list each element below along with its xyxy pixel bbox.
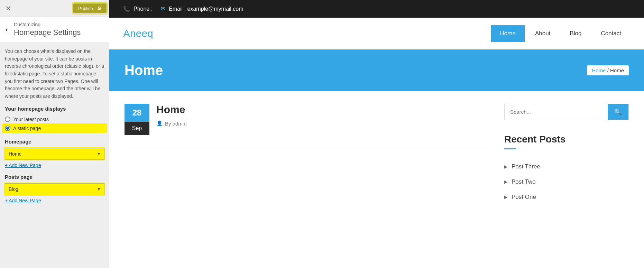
search-icon: 🔍	[614, 108, 622, 116]
radio-icon	[5, 126, 10, 131]
back-button[interactable]: ‹	[6, 26, 8, 33]
date-month: Sep	[125, 122, 149, 135]
main-column: 28 Sep Home 👤 By admin	[125, 104, 487, 205]
publish-button[interactable]: Publish ⚙	[73, 3, 107, 13]
content-area: 28 Sep Home 👤 By admin 🔍	[109, 91, 644, 217]
widget-sidebar: 🔍 Recent Posts ▶ Post Three ▶ Post Two ▶…	[504, 104, 629, 205]
homepage-displays-label: Your homepage displays	[5, 106, 104, 112]
homepage-control: Homepage Home ▼ + Add New Page	[0, 139, 109, 174]
nav-item-contact[interactable]: Contact	[592, 25, 630, 42]
breadcrumb-current: Home	[610, 67, 624, 73]
widget-underline	[504, 148, 516, 149]
mail-icon: ✉	[161, 6, 165, 12]
search-box: 🔍	[504, 104, 629, 120]
section-name: Homepage Settings	[14, 28, 81, 37]
brand-logo[interactable]: Aneeq	[123, 28, 153, 39]
email-label: Email : example@mymail.com	[169, 6, 243, 12]
section-header: ‹ Customizing Homepage Settings	[0, 17, 109, 42]
date-badge: 28 Sep	[125, 104, 149, 135]
gear-icon: ⚙	[97, 6, 102, 11]
post-divider	[125, 149, 487, 149]
post-meta: 👤 By admin	[156, 120, 187, 127]
radio-latest-posts[interactable]: Your latest posts	[5, 115, 104, 123]
close-button[interactable]: ✕	[0, 0, 17, 17]
publish-area: Publish ⚙	[73, 3, 107, 13]
breadcrumb: Home / Home	[587, 65, 629, 75]
page-title: Home	[125, 63, 163, 78]
posts-page-label: Posts page	[5, 174, 104, 180]
nav-item-blog[interactable]: Blog	[561, 25, 590, 42]
recent-post-item[interactable]: ▶ Post Three	[504, 159, 629, 174]
chevron-right-icon: ▶	[504, 179, 507, 184]
phone-icon: 📞	[123, 6, 130, 12]
sidebar-header: ✕ Publish ⚙	[0, 0, 109, 17]
navbar: Aneeq Home About Blog Contact	[109, 18, 644, 49]
radio-static-page[interactable]: A static page	[2, 123, 107, 133]
publish-label: Publish	[78, 6, 93, 11]
breadcrumb-sep: /	[607, 67, 609, 73]
topbar-email: ✉ Email : example@mymail.com	[161, 6, 243, 12]
homepage-label: Homepage	[5, 139, 104, 145]
recent-post-item[interactable]: ▶ Post Two	[504, 174, 629, 190]
post-header: 28 Sep Home 👤 By admin	[125, 104, 487, 135]
radio-latest-label: Your latest posts	[13, 117, 49, 122]
recent-post-label: Post Two	[512, 178, 536, 185]
posts-page-select[interactable]: Blog	[5, 183, 104, 195]
homepage-displays-control: Your homepage displays Your latest posts…	[0, 106, 109, 139]
recent-post-label: Post One	[512, 194, 536, 201]
post-title: Home	[156, 104, 187, 115]
customizing-label: Customizing	[14, 22, 81, 27]
chevron-right-icon: ▶	[504, 164, 507, 169]
add-new-page-link-1[interactable]: + Add New Page	[5, 163, 41, 168]
post-author: By admin	[165, 121, 187, 127]
breadcrumb-link[interactable]: Home	[592, 67, 606, 73]
recent-post-item[interactable]: ▶ Post One	[504, 190, 629, 205]
date-day: 28	[125, 104, 149, 122]
radio-icon	[5, 117, 10, 122]
nav-item-about[interactable]: About	[526, 25, 559, 42]
search-button[interactable]: 🔍	[608, 104, 628, 120]
close-icon: ✕	[6, 4, 11, 12]
chevron-right-icon: ▶	[504, 195, 507, 200]
search-input[interactable]	[505, 104, 608, 120]
section-description: You can choose what's displayed on the h…	[0, 42, 109, 106]
radio-static-label: A static page	[13, 126, 41, 131]
nav-item-home[interactable]: Home	[491, 25, 525, 42]
hero-banner: Home Home / Home	[109, 49, 644, 91]
homepage-select[interactable]: Home	[5, 148, 104, 160]
posts-page-control: Posts page Blog ▼ + Add New Page	[0, 174, 109, 209]
user-icon: 👤	[156, 120, 163, 127]
topbar-phone: 📞 Phone :	[123, 6, 153, 12]
customizer-sidebar: ✕ Publish ⚙ ‹ Customizing Homepage Setti…	[0, 0, 109, 268]
add-new-page-link-2[interactable]: + Add New Page	[5, 198, 41, 203]
recent-posts-title: Recent Posts	[504, 134, 629, 145]
phone-label: Phone :	[134, 6, 153, 12]
nav-menu: Home About Blog Contact	[491, 25, 630, 42]
site-preview: 📞 Phone : ✉ Email : example@mymail.com A…	[109, 0, 644, 268]
topbar: 📞 Phone : ✉ Email : example@mymail.com	[109, 0, 644, 18]
recent-post-label: Post Three	[512, 163, 540, 170]
